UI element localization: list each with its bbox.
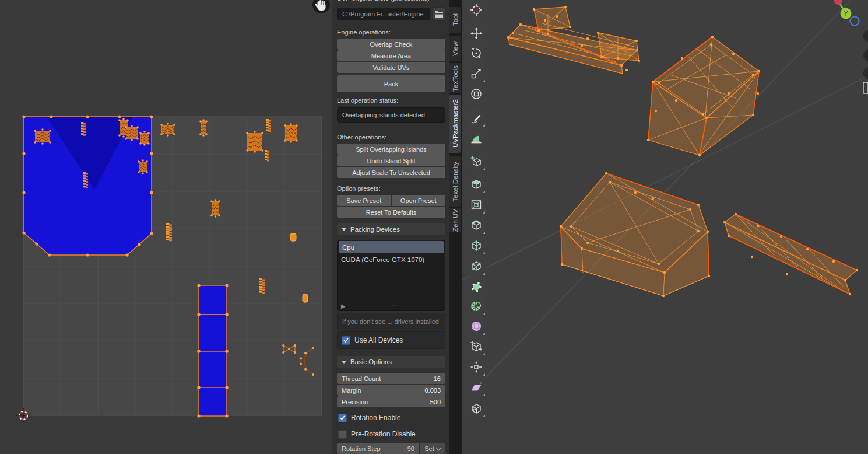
mesh-plank-nw[interactable] bbox=[507, 6, 640, 74]
tool-extrude-region-button[interactable] bbox=[466, 174, 486, 194]
adjust-scale-button[interactable]: Adjust Scale To Unselected bbox=[337, 167, 445, 178]
pre-rotation-disable-row[interactable]: Pre-Rotation Disable bbox=[337, 429, 445, 439]
uv-island-small[interactable] bbox=[303, 294, 308, 302]
uv-island-small[interactable] bbox=[290, 233, 296, 241]
uv-island-small[interactable] bbox=[210, 199, 220, 218]
rotation-enable-checkbox[interactable] bbox=[338, 414, 347, 422]
basic-options-header[interactable]: Basic Options bbox=[337, 356, 445, 368]
engine-path-field[interactable] bbox=[337, 8, 430, 20]
overlap-check-button[interactable]: Overlap Check bbox=[337, 39, 445, 50]
cursor-icon bbox=[470, 4, 483, 16]
use-all-devices-row[interactable]: Use All Devices bbox=[337, 331, 445, 349]
uv-island-small[interactable] bbox=[125, 125, 139, 141]
scale-icon bbox=[470, 67, 483, 80]
viewport-nav-button[interactable] bbox=[863, 30, 868, 43]
tool-move-button[interactable] bbox=[466, 23, 486, 43]
margin-field[interactable]: Margin 0.003 bbox=[337, 385, 445, 396]
uv-island-small[interactable] bbox=[246, 131, 263, 153]
navigation-gizmo[interactable]: Y bbox=[834, 0, 859, 26]
tool-knife-button[interactable] bbox=[466, 256, 486, 276]
device-row-cpu[interactable]: Cpu bbox=[339, 241, 444, 253]
tool-shrink-fatten-button[interactable] bbox=[466, 357, 486, 377]
shrink-fatten-icon bbox=[470, 361, 483, 373]
tool-scale-button[interactable] bbox=[466, 64, 486, 83]
validate-uvs-button[interactable]: Validate UVs bbox=[337, 62, 445, 73]
uv-island-small[interactable] bbox=[138, 159, 148, 174]
rotate-icon bbox=[470, 47, 483, 60]
viewport-nav-button[interactable] bbox=[863, 82, 868, 93]
tab-textools[interactable]: TexTools bbox=[449, 63, 461, 93]
randomize-icon bbox=[470, 340, 483, 353]
rotation-step-set-dropdown[interactable]: Set bbox=[420, 443, 445, 454]
device-row-cuda[interactable]: CUDA (GeForce GTX 1070) bbox=[338, 253, 445, 266]
tool-group-indicator bbox=[483, 232, 485, 234]
viewport-3d[interactable]: Y bbox=[462, 0, 868, 454]
undo-island-split-button[interactable]: Undo Island Split bbox=[337, 155, 445, 166]
tool-group-indicator bbox=[483, 168, 485, 170]
smooth-icon bbox=[470, 320, 483, 333]
tab-zen-uv[interactable]: Zen UV bbox=[449, 208, 461, 232]
tool-group-indicator bbox=[483, 191, 485, 193]
uv-island-small[interactable] bbox=[139, 131, 150, 146]
tool-randomize-button[interactable] bbox=[466, 337, 486, 357]
tool-group-indicator bbox=[483, 333, 485, 335]
viewport-nav-button[interactable] bbox=[863, 49, 868, 62]
mesh-tray-mid[interactable] bbox=[560, 172, 710, 297]
tool-rotate-button[interactable] bbox=[466, 43, 486, 63]
pre-rotation-disable-checkbox[interactable] bbox=[338, 430, 347, 439]
thread-count-field[interactable]: Thread Count 16 bbox=[337, 373, 445, 384]
tool-annotate-button[interactable] bbox=[466, 108, 486, 128]
tool-rip-region-button[interactable] bbox=[466, 399, 486, 418]
tool-bevel-button[interactable] bbox=[466, 215, 486, 235]
uv-island-small[interactable] bbox=[199, 119, 208, 137]
list-expand-icon[interactable]: ▶ bbox=[341, 303, 346, 309]
packing-devices-header[interactable]: Packing Devices bbox=[337, 223, 445, 235]
uv-island-square[interactable] bbox=[197, 284, 228, 316]
open-preset-button[interactable]: Open Preset bbox=[392, 195, 446, 206]
tool-measure-button[interactable] bbox=[466, 128, 486, 148]
shear-icon bbox=[470, 381, 483, 394]
tool-group-indicator bbox=[483, 80, 485, 82]
reset-defaults-button[interactable]: Reset To Defaults bbox=[337, 207, 445, 218]
uv-editor-area[interactable] bbox=[0, 0, 332, 454]
tool-loop-cut-button[interactable] bbox=[466, 236, 486, 256]
blender-window: UVP engine: 2.3.0 (professional) Engine … bbox=[0, 0, 868, 454]
precision-field[interactable]: Precision 500 bbox=[337, 396, 445, 407]
packing-devices-list[interactable]: Cpu CUDA (GeForce GTX 1070) ▶ :::: bbox=[337, 240, 445, 311]
tool-transform-button[interactable] bbox=[466, 84, 486, 104]
tool-smooth-button[interactable] bbox=[466, 316, 486, 336]
uv-canvas[interactable] bbox=[0, 0, 332, 454]
tool-add-cube-button[interactable] bbox=[466, 152, 486, 172]
uv-island-square[interactable] bbox=[197, 350, 228, 389]
uv-island-small[interactable] bbox=[284, 123, 298, 143]
tab-view[interactable]: View bbox=[449, 36, 461, 61]
tool-spin-button[interactable] bbox=[466, 296, 486, 316]
uv-island-square[interactable] bbox=[197, 313, 228, 352]
tab-tool[interactable]: Tool bbox=[449, 7, 461, 33]
uv-island-small[interactable] bbox=[34, 128, 51, 145]
uv-island-square[interactable] bbox=[197, 386, 228, 417]
rotation-enable-row[interactable]: Rotation Enable bbox=[337, 413, 445, 423]
use-all-devices-checkbox[interactable] bbox=[342, 336, 350, 345]
chevron-down-icon bbox=[435, 445, 441, 450]
tool-poly-build-button[interactable] bbox=[466, 277, 486, 296]
measure-area-button[interactable]: Measure Area bbox=[337, 50, 445, 61]
tool-inset-faces-button[interactable] bbox=[466, 195, 486, 215]
tab-texel-density[interactable]: Texel Density bbox=[449, 156, 461, 207]
tool-cursor-button[interactable] bbox=[466, 0, 486, 20]
split-overlapping-islands-button[interactable]: Split Overlapping Islands bbox=[337, 144, 445, 155]
collapse-triangle-icon bbox=[342, 228, 346, 231]
measure-icon bbox=[470, 132, 483, 145]
tool-group-indicator bbox=[483, 124, 485, 127]
list-grip-icon[interactable]: :::: bbox=[390, 303, 396, 309]
rotation-step-field[interactable]: Rotation Step 90 bbox=[337, 443, 419, 454]
pack-button[interactable]: Pack bbox=[337, 75, 445, 92]
browse-folder-button[interactable] bbox=[433, 7, 445, 21]
tool-shear-button[interactable] bbox=[466, 378, 486, 397]
tab-uvpackmaster2[interactable]: UVPackmaster2 bbox=[449, 95, 461, 153]
collapse-triangle-icon bbox=[342, 361, 346, 364]
viewport-canvas[interactable]: Y bbox=[462, 0, 868, 454]
save-preset-button[interactable]: Save Preset bbox=[337, 195, 391, 206]
mesh-plank-se[interactable] bbox=[723, 213, 858, 295]
bevel-icon bbox=[470, 219, 483, 232]
